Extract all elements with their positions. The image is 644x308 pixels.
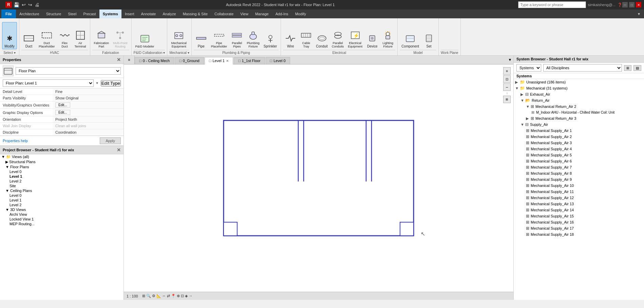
sys-item-supply-12[interactable]: ⊞Mechanical Supply_Air 12: [514, 195, 644, 201]
sys-item-mech-return-2[interactable]: ▼ ⊞ Mechanical Return_Air 2: [514, 103, 644, 110]
menu-tab-massing[interactable]: Massing & Site: [179, 9, 211, 18]
system-browser-systems-dropdown[interactable]: Systems: [516, 64, 541, 72]
tree-cp-level1[interactable]: Level 1: [0, 198, 124, 203]
sys-item-exhaust-air[interactable]: ▶ ⊟ Exhaust_Air: [514, 91, 644, 97]
tree-fp-level1[interactable]: Level 1: [0, 174, 124, 179]
tree-mep-routing[interactable]: MEP Routing...: [0, 222, 124, 226]
sys-item-supply-9[interactable]: ⊞Mechanical Supply_Air 9: [514, 176, 644, 182]
tree-locked-view[interactable]: Locked View 1: [0, 217, 124, 222]
sys-item-unassigned[interactable]: ▶ 📁 Unassigned (186 items): [514, 79, 644, 85]
sys-item-m-indoor-ahu[interactable]: ⊞ M_Indoor AHU - Horizontal - Chilled Wa…: [514, 110, 644, 115]
help-btn[interactable]: ❓: [618, 3, 622, 7]
sys-item-supply-13[interactable]: ⊞Mechanical Supply_Air 13: [514, 201, 644, 207]
ribbon-btn-flex-duct[interactable]: FlexDuct: [57, 22, 72, 49]
menu-tab-analyze[interactable]: Analyze: [159, 9, 179, 18]
qa-save[interactable]: 💾: [13, 1, 20, 8]
zoom-in-btn[interactable]: +: [503, 67, 511, 75]
tab-level1-close[interactable]: ✕: [226, 59, 229, 63]
sys-item-supply-11[interactable]: ⊞Mechanical Supply_Air 11: [514, 189, 644, 195]
ribbon-btn-cable-tray[interactable]: CableTray: [299, 22, 314, 49]
view-tab-level1[interactable]: □ Level 1 ✕: [205, 57, 233, 64]
ribbon-label-select[interactable]: Select ▾: [2, 50, 17, 55]
qa-undo[interactable]: ↩: [21, 1, 26, 8]
close-btn[interactable]: ✕: [636, 2, 641, 7]
menu-tab-modify[interactable]: Modify: [292, 9, 309, 18]
view-tab-0-ground[interactable]: □ 0_Ground: [175, 57, 204, 64]
tree-fp-site[interactable]: Site: [0, 184, 124, 188]
tree-fp-level0[interactable]: Level 0: [0, 169, 124, 174]
ribbon-btn-parallel-conduits[interactable]: ParallelConduits: [330, 22, 346, 49]
properties-close[interactable]: ✕: [117, 57, 121, 62]
ribbon-btn-plumbing-fixture[interactable]: PlumbingFixture: [245, 22, 261, 49]
floor-plan-type-dropdown[interactable]: Floor Plan: [16, 67, 121, 75]
tree-ceiling-plans[interactable]: ▼ Ceiling Plans: [0, 188, 124, 193]
sys-item-supply-2[interactable]: ⊞Mechanical Supply_Air 2: [514, 134, 644, 140]
menu-tab-structure[interactable]: Structure: [43, 9, 65, 18]
sys-item-supply-18[interactable]: ⊞Mechanical Supply_Air 18: [514, 231, 644, 237]
menu-tab-systems[interactable]: Systems: [99, 9, 121, 18]
tree-3d-views[interactable]: ▼ 3D Views: [0, 207, 124, 212]
system-browser-discipline-dropdown[interactable]: All Disciplines: [543, 64, 622, 72]
edit-type-button[interactable]: Edit Type: [101, 80, 121, 86]
sys-item-supply-14[interactable]: ⊞Mechanical Supply_Air 14: [514, 207, 644, 213]
sys-item-supply-air[interactable]: ▼ ⊟ Supply_Air: [514, 121, 644, 128]
apply-button[interactable]: Apply: [100, 137, 121, 144]
tree-structural-plans[interactable]: ▶ Structural Plans: [0, 159, 124, 165]
properties-help-link[interactable]: Properties help: [3, 139, 28, 143]
ribbon-btn-set[interactable]: Set: [421, 22, 436, 49]
sys-item-supply-1[interactable]: ⊞Mechanical Supply_Air 1: [514, 128, 644, 134]
sys-browser-view1-btn[interactable]: ⊞: [624, 65, 631, 71]
ribbon-btn-sprinkler[interactable]: Sprinkler: [262, 22, 279, 49]
menu-tab-annotate[interactable]: Annotate: [137, 9, 159, 18]
tree-floor-plans[interactable]: ▼ Floor Plans: [0, 165, 124, 169]
ribbon-btn-air-terminal[interactable]: AirTerminal: [73, 22, 88, 49]
ribbon-btn-piid-modeler[interactable]: P&ID Modeler: [134, 22, 156, 49]
sys-item-supply-6[interactable]: ⊞Mechanical Supply_Air 6: [514, 158, 644, 164]
qa-print[interactable]: 🖨: [34, 1, 40, 8]
view-cube-btn[interactable]: ⊞: [503, 96, 511, 103]
view-tab-1st-floor[interactable]: □ 1_1st Floor: [234, 57, 265, 64]
qa-redo[interactable]: ↪: [27, 1, 33, 8]
sys-item-supply-15[interactable]: ⊞Mechanical Supply_Air 15: [514, 213, 644, 219]
sys-item-return-air[interactable]: ▼ 📂 Return_Air: [514, 97, 644, 103]
sys-item-mechanical[interactable]: ▼ 📁 Mechanical (31 systems): [514, 85, 644, 91]
sys-item-supply-7[interactable]: ⊞Mechanical Supply_Air 7: [514, 164, 644, 170]
graphic-display-edit-btn[interactable]: Edit...: [55, 110, 70, 115]
visibility-edit-btn[interactable]: Edit...: [55, 102, 70, 108]
ribbon-btn-electrical-equipment[interactable]: ⚡ ElectricalEquipment: [346, 22, 364, 49]
view-tab-level0[interactable]: □ Level 0: [266, 57, 290, 64]
ribbon-btn-multi-point[interactable]: Multi-PointRouting: [111, 22, 129, 49]
ribbon-btn-lighting-fixture[interactable]: LightingFixture: [380, 22, 395, 49]
ribbon-btn-pipe[interactable]: Pipe: [194, 22, 209, 49]
drawing-canvas[interactable]: + ⊡ − ⊞ ↖: [124, 64, 513, 292]
view-tabs-scroll[interactable]: ▼: [507, 56, 513, 64]
tree-cp-level0[interactable]: Level 0: [0, 193, 124, 198]
minimize-btn[interactable]: ─: [622, 2, 628, 7]
tree-views-all[interactable]: ▼ 📁 Views (all): [0, 154, 124, 159]
ribbon-btn-duct-placeholder[interactable]: DuctPlaceholder: [37, 22, 57, 49]
sys-item-supply-3[interactable]: ⊞Mechanical Supply_Air 3: [514, 140, 644, 146]
menu-tab-collaborate[interactable]: Collaborate: [211, 9, 237, 18]
zoom-out-btn[interactable]: −: [503, 83, 511, 91]
sys-item-supply-17[interactable]: ⊞Mechanical Supply_Air 17: [514, 225, 644, 231]
zoom-fit-btn[interactable]: ⊡: [503, 75, 511, 83]
ribbon-btn-duct[interactable]: Duct: [21, 22, 36, 49]
sys-item-supply-16[interactable]: ⊞Mechanical Supply_Air 16: [514, 219, 644, 225]
ribbon-expand[interactable]: ▾: [638, 12, 640, 16]
menu-tab-view[interactable]: View: [237, 9, 252, 18]
menu-tab-steel[interactable]: Steel: [64, 9, 80, 18]
ribbon-btn-conduit[interactable]: Conduit: [314, 22, 329, 49]
tree-archi-view[interactable]: Archi View: [0, 212, 124, 217]
view-tab-ceiling-mech[interactable]: □ 0 - Ceiling Mech: [135, 57, 174, 64]
menu-tab-file[interactable]: File: [1, 9, 16, 18]
ribbon-btn-device[interactable]: Device: [365, 22, 380, 49]
project-browser-close[interactable]: ✕: [117, 147, 121, 153]
menu-tab-insert[interactable]: Insert: [121, 9, 138, 18]
sys-item-supply-8[interactable]: ⊞Mechanical Supply_Air 8: [514, 170, 644, 176]
floor-plan-instance-dropdown[interactable]: Floor Plan: Level 1: [3, 79, 94, 87]
menu-tab-precast[interactable]: Precast: [80, 9, 99, 18]
ribbon-btn-pipe-placeholder[interactable]: PipePlaceholder: [209, 22, 229, 49]
search-input[interactable]: [518, 1, 586, 8]
menu-tab-manage[interactable]: Manage: [252, 9, 272, 18]
maximize-btn[interactable]: □: [629, 2, 634, 7]
